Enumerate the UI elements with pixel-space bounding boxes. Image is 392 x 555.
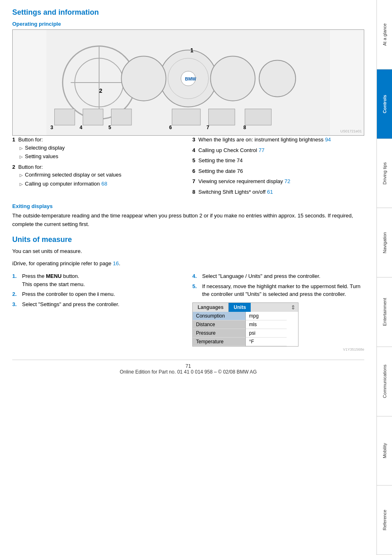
sidebar-item-reference[interactable]: Reference [377, 486, 392, 555]
units-column: mpg mls psi °F [246, 312, 287, 346]
item-5-num: 5 [192, 157, 195, 163]
table-watermark: V1Y351568e [192, 347, 364, 351]
svg-point-9 [259, 60, 296, 96]
lang-units-table: Languages Units ⇕ Consumption Distance P… [192, 302, 298, 347]
sidebar-item-communications[interactable]: Communications [377, 347, 392, 416]
svg-text:3: 3 [51, 125, 53, 130]
lang-row-3: Temperature [193, 338, 245, 346]
item-2: 2 Button for: ▷ Confirming selected disp… [12, 163, 184, 188]
sidebar-label-communications: Communications [381, 363, 388, 400]
lang-row-1: Distance [193, 320, 245, 329]
right-numbered-items: 3 When the lights are on: instrument lig… [192, 136, 364, 198]
arrow-icon-4: ▷ [20, 181, 23, 187]
item-2-label: Button for: [18, 164, 43, 170]
item-6: 6 Setting the date 76 [192, 167, 364, 175]
step-4-num: 4. [192, 272, 200, 280]
step-5: 5. If necessary, move the highlight mark… [192, 282, 364, 298]
page-ref-94[interactable]: 94 [325, 137, 331, 143]
bullet-selecting-display: ▷ Selecting display [20, 144, 184, 152]
item-8-num: 8 [192, 189, 195, 195]
bullet-text-4: Calling up computer information 68 [25, 180, 107, 188]
footer-text: Online Edition for Part no. 01 41 0 014 … [120, 369, 257, 375]
sidebar-label-entertainment: Entertainment [381, 296, 388, 327]
svg-rect-16 [111, 109, 131, 125]
units-steps-left: 1. Press the MENU button.This opens the … [12, 272, 184, 351]
item-2-bullets: ▷ Confirming selected display or set val… [20, 171, 184, 188]
sidebar-item-entertainment[interactable]: Entertainment [377, 278, 392, 347]
bullet-text-2: Setting values [25, 152, 58, 161]
item-1-label: Button for: [18, 137, 43, 143]
sidebar-label-navigation: Navigation [381, 231, 388, 255]
units-intro2: iDrive, for operating principle refer to… [12, 260, 364, 268]
sidebar-label-at-a-glance: At a glance [381, 22, 388, 47]
sidebar-item-navigation[interactable]: Navigation [377, 208, 392, 278]
page-number: 71 [185, 363, 191, 369]
units-title: Units of measure [12, 235, 364, 244]
menu-bold-text: MENU [46, 273, 62, 279]
page-ref-16[interactable]: 16 [113, 260, 118, 266]
svg-text:8: 8 [243, 125, 246, 130]
step-3-num: 3. [12, 300, 20, 309]
dashboard-diagram: 1 2 3 4 5 6 7 8 [12, 29, 364, 136]
page-ref-61[interactable]: 61 [267, 189, 273, 195]
unit-row-0: mpg [246, 312, 287, 320]
bullet-calling-computer: ▷ Calling up computer information 68 [20, 180, 184, 188]
lang-row-0: Consumption [193, 312, 245, 320]
item-4-text: Calling up Check Control 77 [198, 147, 265, 153]
step-2-num: 2. [12, 290, 20, 298]
svg-rect-22 [245, 109, 272, 125]
sidebar-label-reference: Reference [381, 508, 388, 532]
step-1-num: 1. [12, 272, 20, 288]
svg-text:5: 5 [109, 125, 111, 130]
chapter-sidebar: At a glance Controls Driving tips Naviga… [376, 0, 392, 555]
exiting-displays-paragraph: The outside-temperature reading and the … [12, 212, 364, 229]
page-footer: 71 Online Edition for Part no. 01 41 0 0… [12, 360, 364, 375]
svg-rect-14 [83, 109, 103, 125]
svg-text:7: 7 [207, 125, 209, 130]
left-numbered-items: 1 Button for: ▷ Selecting display ▷ Sett… [12, 136, 184, 198]
item-1-num: 1 [12, 137, 15, 143]
svg-rect-20 [209, 109, 235, 125]
step-2: 2. Press the controller to open the i me… [12, 290, 184, 298]
item-1-bullets: ▷ Selecting display ▷ Setting values [20, 144, 184, 161]
svg-text:1: 1 [190, 47, 194, 54]
item-3: 3 When the lights are on: instrument lig… [192, 136, 364, 144]
bullet-setting-values: ▷ Setting values [20, 152, 184, 161]
svg-text:BMW: BMW [185, 76, 196, 81]
step-2-text: Press the controller to open the i menu. [22, 290, 115, 298]
main-content: Settings and information Operating princ… [0, 0, 376, 555]
item-7: 7 Viewing service requirement display 72 [192, 177, 364, 186]
item-7-num: 7 [192, 178, 195, 184]
bullet-text-3: Confirming selected display or set value… [25, 171, 121, 179]
item-7-text: Viewing service requirement display 72 [198, 178, 290, 184]
exiting-displays-title: Exiting displays [12, 203, 364, 209]
sidebar-item-controls[interactable]: Controls [377, 69, 392, 139]
svg-point-8 [211, 56, 255, 101]
step-1-text: Press the MENU button.This opens the sta… [22, 272, 85, 288]
table-header: Languages Units ⇕ [193, 303, 298, 312]
diagram-watermark: US01721e01 [340, 129, 362, 133]
languages-tab[interactable]: Languages [193, 303, 229, 312]
sidebar-item-driving-tips[interactable]: Driving tips [377, 139, 392, 208]
sort-icon: ⇕ [291, 304, 296, 311]
sidebar-item-mobility[interactable]: Mobility [377, 416, 392, 486]
item-2-num: 2 [12, 164, 15, 170]
lang-column: Consumption Distance Pressure Temperatur… [193, 312, 246, 346]
units-intro1: You can set units of measure. [12, 247, 364, 256]
unit-row-2: psi [246, 329, 287, 338]
units-tab[interactable]: Units [229, 303, 251, 312]
item-3-num: 3 [192, 137, 195, 143]
page-ref-77[interactable]: 77 [258, 147, 264, 153]
item-3-text: When the lights are on: instrument light… [198, 137, 331, 143]
bullet-confirming: ▷ Confirming selected display or set val… [20, 171, 184, 179]
item-4-num: 4 [192, 147, 195, 153]
numbered-items-container: 1 Button for: ▷ Selecting display ▷ Sett… [12, 136, 364, 198]
step-5-num: 5. [192, 282, 200, 298]
arrow-icon-1: ▷ [20, 145, 23, 151]
bullet-text-1: Selecting display [25, 144, 65, 152]
sidebar-item-at-a-glance[interactable]: At a glance [377, 0, 392, 69]
page-ref-68[interactable]: 68 [101, 181, 107, 187]
unit-row-3: °F [246, 338, 287, 346]
page-ref-72[interactable]: 72 [285, 178, 290, 184]
i-menu-label: i [97, 291, 99, 297]
